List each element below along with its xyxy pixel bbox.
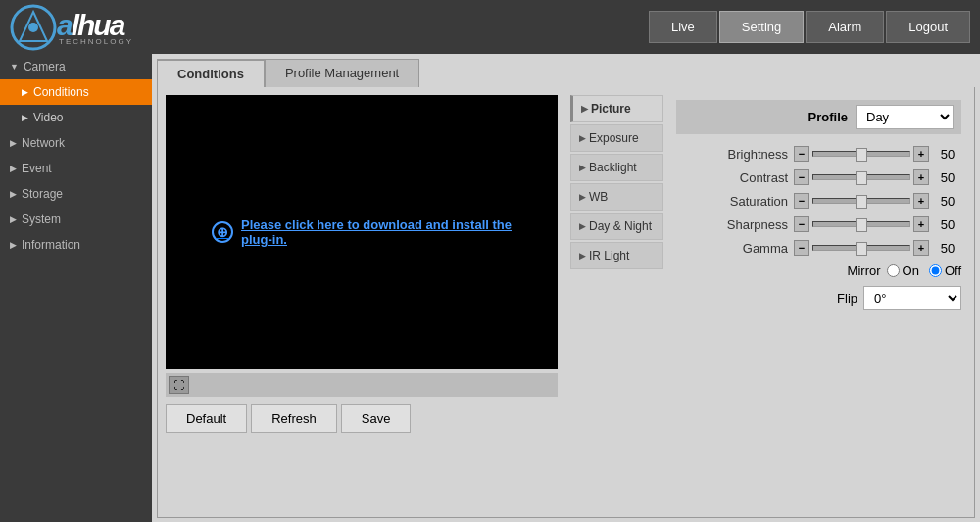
sidebar-item-conditions[interactable]: ▶ Conditions bbox=[0, 79, 152, 105]
brightness-plus[interactable]: + bbox=[913, 146, 929, 162]
profile-row: Profile Day Night Normal bbox=[676, 100, 961, 134]
flip-label: Flip bbox=[779, 291, 858, 306]
sharpness-value: 50 bbox=[934, 217, 961, 232]
tab-conditions[interactable]: Conditions bbox=[157, 59, 265, 87]
sidebar-information-label: Information bbox=[22, 238, 80, 252]
picture-menu-day-night[interactable]: ▶ Day & Night bbox=[570, 213, 663, 240]
sharpness-row: Sharpness − + 50 bbox=[676, 216, 961, 232]
refresh-button[interactable]: Refresh bbox=[251, 404, 337, 433]
saturation-value: 50 bbox=[934, 194, 961, 209]
download-circle-icon: ⊕ bbox=[212, 221, 233, 243]
contrast-minus[interactable]: − bbox=[794, 169, 809, 185]
brightness-thumb[interactable] bbox=[856, 148, 867, 162]
logo-text: alhua bbox=[57, 9, 123, 41]
sidebar-item-network[interactable]: ▶ Network bbox=[0, 130, 152, 156]
brightness-slider[interactable] bbox=[812, 151, 910, 157]
sidebar-item-system[interactable]: ▶ System bbox=[0, 207, 152, 232]
setting-button[interactable]: Setting bbox=[719, 11, 804, 43]
saturation-slider[interactable] bbox=[812, 198, 910, 204]
sidebar-item-video[interactable]: ▶ Video bbox=[0, 105, 152, 130]
sidebar-item-storage[interactable]: ▶ Storage bbox=[0, 181, 152, 207]
mirror-on-label: On bbox=[903, 263, 919, 278]
tab-profile-management[interactable]: Profile Management bbox=[265, 59, 419, 87]
sidebar-item-event[interactable]: ▶ Event bbox=[0, 156, 152, 181]
logout-button[interactable]: Logout bbox=[886, 11, 970, 43]
flip-select[interactable]: 0° 90° 180° 270° bbox=[863, 286, 961, 310]
download-link[interactable]: Please click here to download and instal… bbox=[241, 217, 512, 247]
profile-select[interactable]: Day Night Normal bbox=[856, 105, 954, 129]
ir-light-label: IR Light bbox=[589, 249, 629, 262]
contrast-value: 50 bbox=[934, 170, 961, 185]
gamma-plus[interactable]: + bbox=[913, 240, 929, 256]
backlight-label: Backlight bbox=[589, 161, 637, 174]
picture-tri-icon: ▶ bbox=[581, 104, 588, 114]
saturation-plus[interactable]: + bbox=[913, 193, 929, 209]
main-layout: ▼ Camera ▶ Conditions ▶ Video ▶ Network … bbox=[0, 54, 980, 522]
live-button[interactable]: Live bbox=[649, 11, 717, 43]
save-button[interactable]: Save bbox=[341, 404, 412, 433]
contrast-slider[interactable] bbox=[812, 174, 910, 180]
gamma-slider[interactable] bbox=[812, 245, 910, 251]
download-text1: Please click here to download and instal… bbox=[241, 217, 512, 232]
gamma-thumb[interactable] bbox=[856, 242, 867, 256]
download-text: Please click here to download and instal… bbox=[241, 217, 512, 247]
download-text2: plug-in. bbox=[241, 232, 287, 247]
content-area: Conditions Profile Management ⊕ Please c… bbox=[152, 54, 980, 522]
picture-menu-backlight[interactable]: ▶ Backlight bbox=[570, 154, 663, 181]
gamma-value: 50 bbox=[934, 241, 961, 256]
sidebar-storage-label: Storage bbox=[22, 187, 63, 201]
alarm-button[interactable]: Alarm bbox=[806, 11, 884, 43]
picture-menu-exposure[interactable]: ▶ Exposure bbox=[570, 124, 663, 152]
profile-label: Profile bbox=[808, 110, 848, 124]
nav-buttons: Live Setting Alarm Logout bbox=[649, 11, 970, 43]
svg-point-1 bbox=[28, 23, 38, 32]
picture-sidebar: ▶ Picture ▶ Exposure ▶ Backlight ▶ WB ▶ bbox=[570, 95, 663, 509]
picture-menu-picture[interactable]: ▶ Picture bbox=[570, 95, 663, 122]
mirror-off-label: Off bbox=[945, 263, 961, 278]
storage-arrow-icon: ▶ bbox=[10, 189, 17, 199]
brightness-row: Brightness − + 50 bbox=[676, 146, 961, 162]
backlight-tri-icon: ▶ bbox=[579, 163, 586, 172]
sharpness-thumb[interactable] bbox=[856, 218, 867, 232]
sidebar-event-label: Event bbox=[22, 162, 52, 175]
video-arrow-icon: ▶ bbox=[22, 113, 28, 122]
saturation-minus[interactable]: − bbox=[794, 193, 809, 209]
gamma-row: Gamma − + 50 bbox=[676, 240, 961, 256]
sidebar-network-label: Network bbox=[22, 136, 65, 150]
picture-menu-ir-light[interactable]: ▶ IR Light bbox=[570, 242, 663, 269]
video-display: ⊕ Please click here to download and inst… bbox=[166, 95, 558, 369]
sidebar-video-label: Video bbox=[33, 111, 63, 124]
mirror-on-input[interactable] bbox=[887, 264, 900, 277]
brightness-minus[interactable]: − bbox=[794, 146, 809, 162]
gamma-control: − + 50 bbox=[794, 240, 961, 256]
gamma-minus[interactable]: − bbox=[794, 240, 809, 256]
tab-content: ⊕ Please click here to download and inst… bbox=[157, 87, 975, 518]
network-arrow-icon: ▶ bbox=[10, 138, 17, 148]
fullscreen-button[interactable]: ⛶ bbox=[169, 376, 189, 394]
sharpness-slider[interactable] bbox=[812, 221, 910, 227]
sharpness-minus[interactable]: − bbox=[794, 216, 809, 232]
mirror-off-input[interactable] bbox=[929, 264, 942, 277]
sidebar-section-camera[interactable]: ▼ Camera bbox=[0, 54, 152, 79]
sharpness-plus[interactable]: + bbox=[913, 216, 929, 232]
mirror-on-radio[interactable]: On bbox=[887, 263, 919, 278]
sharpness-label: Sharpness bbox=[710, 217, 788, 232]
sidebar-system-label: System bbox=[22, 213, 61, 226]
contrast-label: Contrast bbox=[710, 170, 788, 185]
mirror-off-radio[interactable]: Off bbox=[929, 263, 961, 278]
event-arrow-icon: ▶ bbox=[10, 164, 17, 173]
sidebar-conditions-label: Conditions bbox=[33, 85, 89, 99]
action-buttons: Default Refresh Save bbox=[166, 404, 563, 433]
sidebar-item-information[interactable]: ▶ Information bbox=[0, 232, 152, 258]
contrast-thumb[interactable] bbox=[856, 171, 867, 185]
camera-arrow-icon: ▼ bbox=[10, 62, 19, 71]
picture-menu-wb[interactable]: ▶ WB bbox=[570, 183, 663, 211]
default-button[interactable]: Default bbox=[166, 404, 247, 433]
logo: alhua TECHNOLOGY bbox=[10, 4, 133, 51]
saturation-control: − + 50 bbox=[794, 193, 961, 209]
contrast-plus[interactable]: + bbox=[913, 169, 929, 185]
saturation-label: Saturation bbox=[710, 194, 788, 209]
sharpness-control: − + 50 bbox=[794, 216, 961, 232]
day-night-label: Day & Night bbox=[589, 219, 652, 233]
saturation-thumb[interactable] bbox=[856, 195, 867, 209]
